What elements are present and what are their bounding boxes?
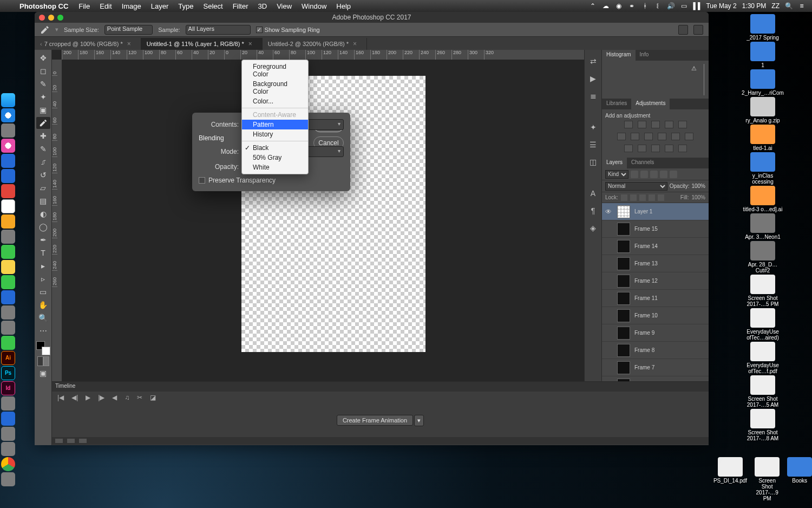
app-name[interactable]: Photoshop CC <box>14 2 74 10</box>
strip-icon[interactable]: ◫ <box>587 156 599 168</box>
strip-icon[interactable]: ¶ <box>587 205 599 217</box>
background-swatch[interactable] <box>42 347 50 355</box>
document-tab[interactable]: ‹7 cropped @ 100% (RGB/8) *× <box>35 38 141 50</box>
dock-appstore[interactable] <box>1 154 15 168</box>
sample-select[interactable]: All Layers <box>186 25 251 35</box>
type-tool-icon[interactable]: T <box>36 247 50 259</box>
popup-item[interactable]: White <box>242 162 308 172</box>
layer-thumbnail[interactable] <box>617 292 630 305</box>
transition-icon[interactable]: ◪ <box>150 394 156 401</box>
adj-vibrance-icon[interactable] <box>678 121 687 128</box>
dock-indesign[interactable]: Id <box>1 381 15 395</box>
strip-icon[interactable]: A <box>587 187 599 199</box>
dock-calendar[interactable] <box>1 199 15 213</box>
healing-brush-tool-icon[interactable]: ✚ <box>36 130 50 142</box>
dock-mail[interactable] <box>1 169 15 183</box>
move-tool-icon[interactable]: ✥ <box>36 52 50 64</box>
popup-item[interactable]: ✓Black <box>242 143 308 153</box>
popup-item[interactable]: 50% Gray <box>242 153 308 162</box>
gradient-tool-icon[interactable]: ▤ <box>36 195 50 207</box>
timeline-header[interactable]: Timeline <box>52 382 709 392</box>
tab-adjustments[interactable]: Adjustments <box>631 99 670 109</box>
brush-tool-icon[interactable]: ✎ <box>36 143 50 155</box>
crop-tool-icon[interactable]: ▣ <box>36 104 50 116</box>
blur-tool-icon[interactable]: ◐ <box>36 208 50 220</box>
adj-photo-filter-icon[interactable] <box>658 133 666 140</box>
adj-gradient-map-icon[interactable] <box>665 145 673 152</box>
dock-safari[interactable] <box>1 108 15 122</box>
split-icon[interactable]: ✂ <box>137 394 142 401</box>
desktop-item[interactable]: EverydayUse ofTec…f.pdf <box>741 342 784 374</box>
lasso-tool-icon[interactable]: ✎ <box>36 78 50 90</box>
fill-value[interactable]: 100% <box>691 194 705 200</box>
adj-balance-icon[interactable] <box>631 133 639 140</box>
bluetooth-icon[interactable]: ᚼ <box>641 2 649 10</box>
dock-facetime[interactable] <box>1 245 15 259</box>
adj-lookup-icon[interactable] <box>685 133 693 140</box>
layer-row[interactable]: Frame 8 <box>602 342 709 359</box>
strip-icon[interactable]: ◈ <box>587 222 599 234</box>
tab-histogram[interactable]: Histogram <box>602 50 636 61</box>
adj-levels-icon[interactable] <box>638 121 646 128</box>
strip-icon[interactable]: ✦ <box>587 121 599 133</box>
menu-type[interactable]: Type <box>173 2 198 10</box>
prev-frame-icon[interactable]: ◀| <box>71 394 78 401</box>
last-frame-icon[interactable]: ◀ <box>112 394 117 401</box>
filter-shape-icon[interactable] <box>660 171 667 178</box>
layer-name[interactable]: Layer 1 <box>634 209 652 214</box>
marquee-tool-icon[interactable]: ◻ <box>36 65 50 77</box>
layer-name[interactable]: Frame 8 <box>634 347 654 353</box>
menu-3d[interactable]: 3D <box>253 2 272 10</box>
layer-name[interactable]: Frame 11 <box>634 295 658 301</box>
desktop-item[interactable]: 2_Harry_…riCom <box>741 69 784 96</box>
dock-app3[interactable] <box>1 290 15 304</box>
dock-chrome[interactable] <box>1 457 15 471</box>
dock-app6[interactable] <box>1 396 15 411</box>
tab-channels[interactable]: Channels <box>627 158 658 168</box>
adj-selective-color-icon[interactable] <box>678 145 687 152</box>
create-frame-animation-button[interactable]: Create Frame Animation <box>337 415 413 426</box>
volume-icon[interactable]: 🔊 <box>667 2 675 10</box>
dock-illustrator[interactable]: Ai <box>1 351 15 365</box>
blend-mode-select[interactable]: Normal <box>605 182 667 191</box>
menubar-user[interactable]: ZZ <box>771 2 780 10</box>
menu-image[interactable]: Image <box>117 2 146 10</box>
close-tab-icon[interactable]: × <box>127 40 131 48</box>
desktop-item[interactable]: Books <box>787 457 812 502</box>
path-selection-tool-icon[interactable]: ▸ <box>36 260 50 272</box>
lock-all-icon[interactable] <box>658 194 664 201</box>
tab-info[interactable]: Info <box>636 50 653 61</box>
color-swatches[interactable] <box>36 341 50 355</box>
first-frame-icon[interactable]: |◀ <box>57 394 64 401</box>
edit-toolbar-icon[interactable]: ⋯ <box>36 325 50 337</box>
strip-icon[interactable]: ⇄ <box>587 55 599 67</box>
layer-name[interactable]: Frame 7 <box>634 364 654 370</box>
adj-brightness-icon[interactable] <box>624 121 633 128</box>
dock-word[interactable] <box>1 412 15 426</box>
adj-curves-icon[interactable] <box>651 121 660 128</box>
menu-help[interactable]: Help <box>331 2 356 10</box>
spotlight-icon[interactable]: 🔍 <box>785 2 793 10</box>
magic-wand-tool-icon[interactable]: ✦ <box>36 91 50 103</box>
dock-finder[interactable] <box>1 93 15 107</box>
dock-photoshop[interactable]: Ps <box>1 366 15 380</box>
filter-pixel-icon[interactable] <box>631 171 638 178</box>
desktop-item[interactable]: PS_DI_14.pdf <box>713 457 747 502</box>
hand-tool-icon[interactable]: ✋ <box>36 299 50 311</box>
eraser-tool-icon[interactable]: ▱ <box>36 182 50 194</box>
menu-layer[interactable]: Layer <box>146 2 174 10</box>
layer-thumbnail[interactable] <box>617 223 630 236</box>
desktop-item[interactable]: Screen Shot 2017-…5 AM <box>741 375 784 408</box>
layer-visibility-icon[interactable]: 👁 <box>605 208 613 216</box>
layer-name[interactable]: Frame 14 <box>634 243 658 249</box>
history-brush-tool-icon[interactable]: ↺ <box>36 169 50 181</box>
popup-item[interactable]: Color... <box>242 96 308 106</box>
sample-size-select[interactable]: Point Sample <box>104 25 153 35</box>
lock-transparent-icon[interactable] <box>621 194 627 201</box>
layer-thumbnail[interactable] <box>617 240 630 253</box>
dock-ibooks[interactable] <box>1 214 15 229</box>
cloud-icon[interactable]: ☁ <box>602 2 610 10</box>
tab-layers[interactable]: Layers <box>602 158 627 168</box>
layer-row[interactable]: Frame 11 <box>602 290 709 307</box>
menu-select[interactable]: Select <box>198 2 227 10</box>
